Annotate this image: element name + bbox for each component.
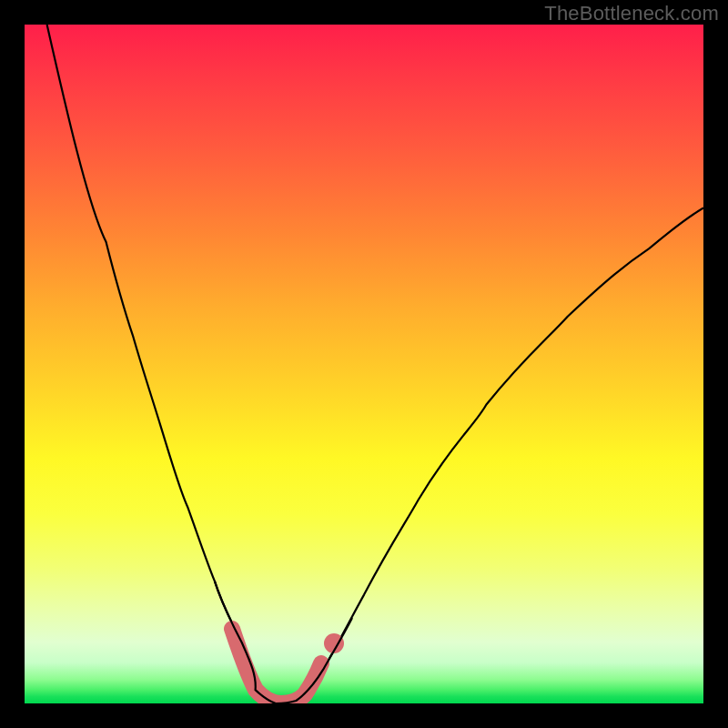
watermark-text: TheBottleneck.com bbox=[544, 2, 719, 25]
trough-highlight bbox=[232, 629, 321, 703]
chart-svg bbox=[25, 25, 703, 703]
chart-frame bbox=[25, 25, 703, 703]
bottleneck-curve bbox=[47, 25, 703, 703]
